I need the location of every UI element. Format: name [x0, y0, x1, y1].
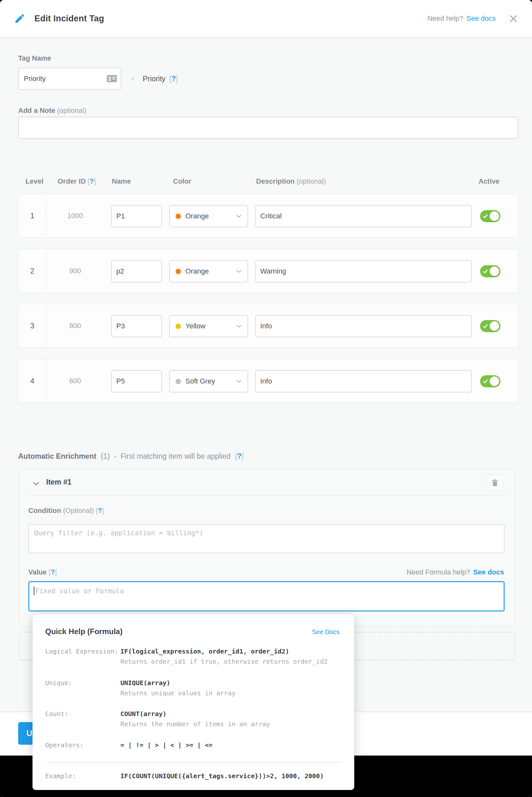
value-label: Value [?]	[28, 568, 57, 576]
delete-item-button[interactable]	[486, 475, 503, 490]
chevron-down-icon	[236, 380, 242, 383]
name-input[interactable]	[111, 370, 162, 392]
condition-input[interactable]	[28, 524, 505, 553]
level-row-1: 1 1000 Orange	[18, 194, 518, 238]
col-order-id: Order ID [?]	[58, 177, 96, 186]
check-icon	[483, 379, 488, 384]
automatic-enrichment-header: Automatic Enrichment (1) First matching …	[18, 452, 243, 461]
modal-header: Edit Incident Tag Need help? See docs	[0, 0, 532, 38]
color-dot	[175, 214, 181, 219]
quick-help-popup: Quick Help (Formula) See Docs Logical Ex…	[33, 614, 354, 790]
toggle-knob	[490, 321, 499, 331]
tag-preview-name: Priority	[143, 75, 166, 83]
need-help-text: Need help?	[428, 14, 463, 23]
edit-pencil-icon	[13, 12, 26, 25]
col-name: Name	[112, 177, 131, 186]
value-label-row: Value [?] Need Formula help? See docs	[28, 568, 504, 576]
description-input[interactable]	[255, 205, 472, 227]
text-caret	[34, 587, 34, 595]
formula-help-text: Need Formula help?	[406, 568, 470, 576]
value-help-icon[interactable]: [?]	[49, 568, 57, 576]
separator-dot	[132, 78, 134, 80]
value-placeholder: Fixed value or Formula	[35, 587, 124, 595]
tag-name-label: Tag Name	[18, 54, 51, 62]
level-row-2: 2 900 Orange	[18, 249, 518, 293]
formula-desc: Returns the number of items in an array	[120, 719, 342, 729]
color-dot	[175, 269, 181, 274]
tag-id-card-icon	[107, 74, 117, 84]
active-toggle[interactable]	[480, 320, 500, 332]
level-number: 3	[18, 304, 46, 348]
separator-dot	[114, 456, 116, 458]
quick-help-see-docs-link[interactable]: See Docs	[312, 628, 340, 636]
quick-help-title: Quick Help (Formula)	[45, 627, 122, 636]
description-input[interactable]	[255, 260, 472, 282]
toggle-knob	[490, 266, 499, 276]
toggle-knob	[490, 211, 499, 221]
chevron-down-icon	[236, 325, 242, 328]
chevron-down-icon	[236, 270, 242, 273]
color-dot	[175, 323, 181, 329]
name-input[interactable]	[111, 205, 162, 227]
close-icon[interactable]	[508, 13, 519, 24]
order-id-value: 900	[46, 249, 104, 293]
name-input[interactable]	[111, 260, 162, 282]
order-id-value: 800	[46, 304, 104, 348]
level-number: 4	[18, 359, 46, 403]
color-select[interactable]: Soft Grey	[169, 370, 248, 392]
formula-code: UNIQUE(array)	[120, 678, 342, 688]
edit-incident-tag-modal: Edit Incident Tag Need help? See docs Ta…	[0, 0, 532, 797]
color-dot	[175, 379, 181, 384]
tag-name-input[interactable]	[18, 68, 121, 90]
active-toggle[interactable]	[480, 375, 500, 387]
item-title: Item #1	[46, 478, 71, 486]
color-select[interactable]: Orange	[169, 260, 248, 282]
description-input[interactable]	[255, 370, 472, 392]
col-level: Level	[25, 177, 43, 186]
header-see-docs-link[interactable]: See docs	[467, 14, 496, 23]
collapse-chevron-icon[interactable]	[33, 481, 39, 487]
trash-icon	[491, 479, 498, 487]
check-icon	[483, 214, 488, 218]
col-description: Description (optional)	[256, 177, 326, 186]
formula-desc: Returns order_id1 if true, otherwise ret…	[120, 656, 342, 667]
condition-help-icon[interactable]: [?]	[96, 506, 104, 515]
levels-table-header: Level Order ID [?] Name Color Descriptio…	[18, 177, 518, 187]
color-select[interactable]: Yellow	[169, 315, 248, 337]
level-number: 2	[18, 249, 46, 293]
modal-title: Edit Incident Tag	[34, 14, 104, 24]
order-id-help-icon[interactable]: [?]	[88, 177, 96, 185]
level-number: 1	[18, 194, 46, 238]
check-icon	[483, 324, 488, 328]
tag-name-field-wrap	[18, 68, 121, 90]
example-code: IF(COUNT(UNIQUE({alert_tags.service}))>2…	[120, 771, 342, 781]
enrichment-help-icon[interactable]: [?]	[235, 452, 244, 461]
note-label: Add a Note (optional)	[18, 107, 86, 115]
col-active: Active	[478, 177, 499, 186]
chevron-down-icon	[236, 215, 242, 218]
active-toggle[interactable]	[480, 210, 500, 222]
name-input[interactable]	[111, 315, 162, 337]
order-id-value: 1000	[46, 194, 104, 238]
condition-label: Condition (Optional) [?]	[28, 506, 104, 515]
level-row-4: 4 600 Soft Grey	[18, 359, 518, 403]
active-toggle[interactable]	[480, 265, 500, 277]
col-color: Color	[173, 177, 191, 186]
level-row-3: 3 800 Yellow	[18, 304, 518, 348]
check-icon	[483, 270, 488, 274]
tag-preview: Priority [?]	[132, 68, 178, 90]
formula-code: COUNT(array)	[120, 709, 342, 719]
value-input[interactable]: Fixed value or Formula	[28, 581, 505, 611]
description-input[interactable]	[255, 315, 472, 337]
formula-code: IF(logical_expression, order_id1, order_…	[120, 646, 342, 656]
operators-list: = | != | > | < | >= | <=	[120, 740, 342, 750]
toggle-knob	[490, 376, 499, 386]
color-select[interactable]: Orange	[169, 205, 248, 227]
order-id-value: 600	[46, 359, 104, 403]
formula-desc: Returns unique values in array	[120, 688, 342, 698]
tag-help-icon[interactable]: [?]	[170, 75, 178, 83]
note-input[interactable]	[18, 117, 518, 139]
formula-see-docs-link[interactable]: See docs	[473, 568, 504, 576]
divider	[45, 762, 341, 763]
enrichment-item-panel: Item #1 Condition (Optional) [?] Value […	[19, 469, 515, 627]
